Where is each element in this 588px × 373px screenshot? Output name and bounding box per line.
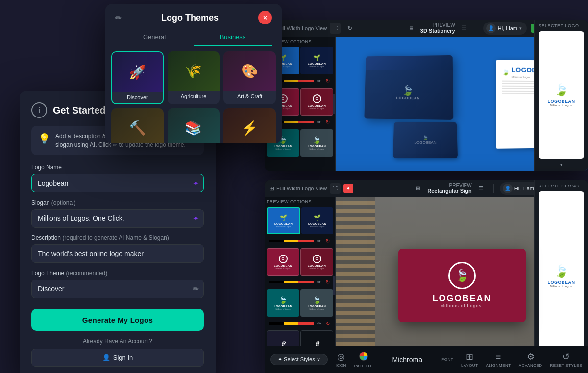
toolbar-alignment-section[interactable]: ≡ ALIGNMENT	[486, 352, 511, 368]
bottom-toolbar: ✦ Select Styles ∨ ◎ ICON PALETTE Michrom…	[265, 346, 588, 373]
logo-themes-modal: ✏ Logo Themes × General Business 🚀 Disco…	[105, 4, 282, 143]
edit-thumb-icon-2[interactable]: ✏	[316, 118, 322, 125]
sign-selected-logo-tagline: Millions of Logos.	[550, 285, 572, 288]
toolbar-layout-section[interactable]: ⊞ LAYOUT	[461, 351, 478, 368]
sign-logo-thumb-1a[interactable]: 🌱 LOGOBEAN Millions of Logos	[267, 207, 300, 234]
sign-logo-group-1: 🌱 LOGOBEAN Millions of Logos 🌱 LOGOBEAN …	[267, 207, 333, 234]
tab-business[interactable]: Business	[194, 29, 272, 46]
agriculture-theme-image: 🌾	[168, 51, 220, 91]
select-styles-button[interactable]: ✦ Select Styles ∨	[270, 354, 328, 365]
monitor-icon[interactable]: 🖥	[405, 22, 417, 35]
sign-board-name: LOGOBEAN	[432, 293, 491, 303]
avatar: 👤	[486, 23, 496, 33]
sign-preview-options-label: PREVIEW OPTIONS	[267, 199, 333, 204]
tab-general[interactable]: General	[115, 29, 194, 46]
sign-color-gold-2	[284, 281, 299, 283]
fullscreen-icon[interactable]: ⛶	[330, 23, 341, 34]
user-badge[interactable]: 👤 Hi, Liam ▾	[483, 22, 527, 35]
ai-name-icon[interactable]: ✦	[193, 179, 199, 188]
sign-color-red-3	[298, 322, 314, 325]
sign-logo-thumb-3b[interactable]: 🍃 LOGOBEAN Millions of Logos	[300, 289, 333, 317]
theme-card-agriculture[interactable]: 🌾 Agriculture	[168, 51, 220, 104]
toolbar-reset-section[interactable]: ↺ RESET STYLES	[550, 351, 582, 368]
modal-close-button[interactable]: ×	[258, 11, 272, 24]
logo-name-input[interactable]	[31, 174, 204, 192]
toolbar-palette-section[interactable]: PALETTE	[354, 351, 373, 368]
sign-full-width-btn[interactable]: ⊞ Full Width Logo View	[270, 185, 327, 192]
logo-name-group: Logo Name ✦	[31, 164, 204, 192]
modal-edit-icon[interactable]: ✏	[115, 13, 122, 23]
refresh-thumb-icon[interactable]: ↻	[324, 77, 331, 84]
tab-business-label: Business	[220, 33, 246, 41]
generate-label: Generate My Logos	[82, 316, 153, 324]
selected-logo-name: LOGOBEAN	[547, 99, 575, 104]
logo-thumb-3b[interactable]: 🍃 LOGOBEAN Millions of Logos	[300, 129, 333, 157]
sign-color-strip-2	[269, 281, 314, 283]
sign-logo-icon-2a: C	[279, 255, 288, 263]
edit-thumb-icon[interactable]: ✏	[316, 77, 322, 84]
hi-user-text: Hi, Liam	[498, 25, 517, 31]
font-display: Michroma	[381, 356, 434, 364]
sign-logo-icon-1b: 🌱	[314, 214, 321, 221]
account-text: Already Have An Account?	[31, 338, 204, 345]
selected-logo-box: 🍃 LOGOBEAN Millions of Logos.	[539, 37, 584, 159]
sign-logo-thumb-1b[interactable]: 🌱 LOGOBEAN Millions of Logos	[301, 207, 333, 234]
sign-fullscreen-icon[interactable]: ⛶	[330, 183, 341, 194]
card-text: LOGOBEAN	[414, 140, 436, 144]
sign-edit-thumb-icon-3[interactable]: ✏	[316, 320, 322, 326]
stationery-box: 🍃 LOGOBEAN	[364, 55, 453, 120]
color-red-2	[298, 121, 314, 123]
refresh-thumb-icon-2[interactable]: ↻	[324, 118, 331, 125]
reset-tool-icon: ↺	[563, 351, 570, 362]
menu-icon[interactable]: ☰	[458, 22, 471, 35]
theme-card-education[interactable]: 📚 Education	[168, 108, 220, 143]
sign-logo-thumb-2b[interactable]: C LOGOBEAN Millions of Logos	[300, 248, 333, 276]
theme-card-artcraft[interactable]: 🎨 Art & Craft	[223, 51, 276, 104]
selected-logo-icon: 🍃	[554, 83, 569, 97]
paper-logo-icon: 🍃	[502, 69, 509, 75]
theme-card-construction[interactable]: 🔨 Construction	[111, 108, 164, 143]
signin-label: Sign In	[113, 354, 133, 361]
sign-board-inner: 🍃 LOGOBEAN Millions of Logos.	[398, 249, 526, 322]
sign-refresh-thumb-icon[interactable]: ↻	[324, 237, 331, 244]
color-gold-2	[284, 121, 299, 123]
signin-button[interactable]: 👤 Sign In	[31, 349, 204, 367]
modal-title: Logo Themes	[122, 13, 258, 23]
sign-logo-thumb-2a[interactable]: C LOGOBEAN Millions of Logos	[267, 248, 299, 276]
sign-refresh-thumb-icon-2[interactable]: ↻	[324, 279, 331, 285]
description-input[interactable]	[31, 244, 204, 263]
toolbar-icon-section[interactable]: ◎ ICON	[336, 351, 346, 368]
preview-title: 3D Stationery	[420, 28, 455, 34]
sign-divider	[493, 184, 494, 193]
description-label: Description (required to generate AI Nam…	[31, 234, 204, 241]
signin-section: Already Have An Account? 👤 Sign In	[31, 338, 204, 367]
full-width-label: Full Width Logo View	[276, 25, 327, 31]
theme-card-electrical[interactable]: ⚡ Electrical	[223, 108, 276, 143]
reset-tool-label: RESET STYLES	[550, 363, 582, 368]
sign-refresh-thumb-icon-3[interactable]: ↻	[324, 320, 331, 326]
sign-monitor-icon[interactable]: 🖥	[412, 182, 424, 195]
sign-edit-thumb-icon-2[interactable]: ✏	[316, 279, 322, 285]
change-logo-btn[interactable]: ▾	[539, 163, 584, 167]
sign-edit-thumb-icon[interactable]: ✏	[316, 237, 322, 244]
user-icon: 👤	[102, 354, 110, 361]
sign-menu-icon[interactable]: ☰	[475, 182, 488, 195]
selected-logo-panel: SELECTED LOGO 🍃 LOGOBEAN Millions of Log…	[534, 37, 588, 171]
generate-button[interactable]: Generate My Logos	[31, 309, 204, 331]
sign-avatar: 👤	[503, 184, 513, 193]
sign-logo-thumb-3a[interactable]: 🍃 LOGOBEAN Millions of Logos	[267, 289, 299, 317]
logo-name-input-wrap: ✦	[31, 174, 204, 192]
preview-label: PREVIEW	[433, 23, 455, 28]
sign-color-black-2	[269, 281, 284, 283]
slogan-input[interactable]	[31, 209, 204, 228]
logo-thumb-2b[interactable]: C LOGOBEAN Millions of Logos	[300, 88, 333, 116]
divider	[477, 23, 477, 33]
ai-slogan-icon[interactable]: ✦	[193, 214, 199, 223]
toolbar-advanced-section[interactable]: ⚙ ADVANCED	[519, 351, 542, 368]
logo-theme-input[interactable]	[31, 280, 204, 298]
logo-thumb-1b[interactable]: 🌱 LOGOBEAN Millions of Logos	[300, 47, 333, 74]
theme-edit-icon[interactable]: ✏	[193, 284, 199, 294]
theme-card-discover[interactable]: 🚀 Discover	[111, 51, 164, 104]
sign-close-icon[interactable]: ●	[343, 184, 353, 193]
refresh-icon[interactable]: ↻	[343, 22, 356, 35]
